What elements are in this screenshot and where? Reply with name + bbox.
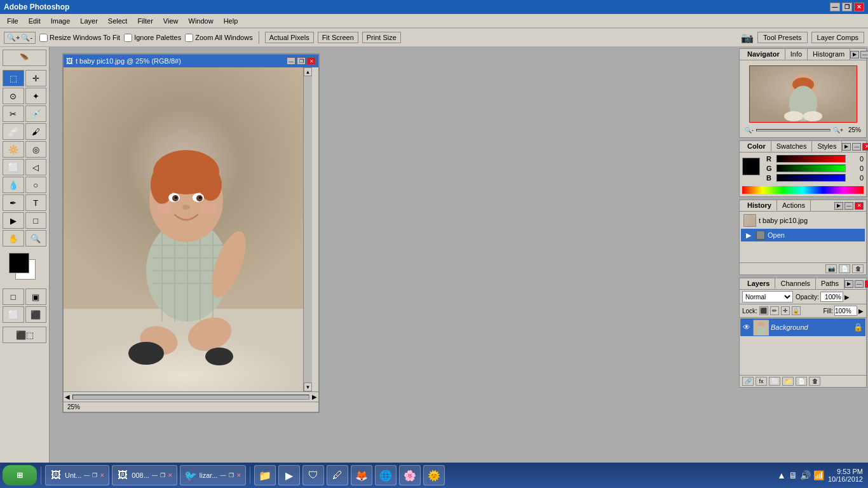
layers-panel-arrow[interactable]: ▶ (844, 280, 853, 288)
scroll-right-arrow[interactable]: ▶ (312, 393, 317, 400)
zoom-tool[interactable]: 🔍+ 🔍- (4, 32, 36, 44)
color-spectrum-bar[interactable] (742, 186, 864, 194)
fit-screen-button[interactable]: Fit Screen (318, 32, 358, 43)
print-size-button[interactable]: Print Size (362, 32, 401, 43)
taskbar-close-2[interactable]: ✕ (168, 472, 173, 478)
add-mask-btn[interactable]: ⬜ (769, 377, 780, 386)
close-button[interactable]: ✕ (854, 3, 864, 11)
menu-image[interactable]: Image (46, 16, 75, 26)
new-group-btn[interactable]: 📁 (782, 377, 794, 386)
menu-window[interactable]: Window (184, 16, 218, 26)
crop-tool[interactable]: ✂ (3, 105, 24, 122)
zoom-all-windows-input[interactable] (185, 34, 193, 42)
hand-tool[interactable]: ✋ (3, 230, 24, 247)
image-close-btn[interactable]: ✕ (307, 57, 316, 65)
paths-tab[interactable]: Paths (816, 278, 844, 289)
info-tab[interactable]: Info (785, 49, 808, 60)
dodge-tool[interactable]: ○ (25, 177, 47, 193)
menu-view[interactable]: View (159, 16, 183, 26)
taskbar-quicklaunch-quill[interactable]: 🖊 (327, 465, 348, 485)
lock-move-btn[interactable]: ✛ (781, 306, 790, 315)
color-squares[interactable] (9, 253, 41, 285)
taskbar-quicklaunch-flower[interactable]: 🌸 (399, 465, 421, 485)
lock-position-btn[interactable]: ✏ (770, 306, 779, 315)
history-tab[interactable]: History (742, 200, 777, 211)
image-canvas[interactable] (64, 67, 303, 391)
taskbar-quicklaunch-firefox[interactable]: 🦊 (351, 465, 372, 485)
quick-mask-mode[interactable]: ▣ (25, 288, 47, 305)
menu-filter[interactable]: Filter (133, 16, 157, 26)
foreground-color[interactable] (9, 253, 29, 273)
ignore-palettes-checkbox[interactable]: Ignore Palettes (124, 34, 181, 42)
image-scrollbar-horizontal[interactable]: ◀ ▶ (64, 391, 318, 402)
color-minimize-btn[interactable]: — (852, 143, 861, 151)
lasso-tool[interactable]: ⊙ (3, 88, 24, 104)
scroll-track-vertical[interactable] (304, 76, 312, 383)
layers-close-btn[interactable]: ✕ (865, 280, 868, 288)
blue-channel-slider[interactable] (776, 174, 846, 182)
taskbar-close-1[interactable]: ✕ (100, 472, 105, 478)
blend-mode-select[interactable]: Normal Multiply Screen (742, 291, 793, 302)
taskbar-restore-2[interactable]: ❐ (160, 472, 165, 478)
actions-tab[interactable]: Actions (777, 200, 811, 211)
fill-input[interactable] (834, 306, 857, 316)
taskbar-restore-1[interactable]: ❐ (92, 472, 97, 478)
taskbar-quicklaunch-ie[interactable]: 🌐 (375, 465, 397, 485)
history-panel-arrow[interactable]: ▶ (834, 202, 843, 210)
scroll-up-arrow[interactable]: ▲ (304, 67, 312, 76)
blur-tool[interactable]: 💧 (3, 177, 24, 193)
panel-arrow-btn[interactable]: ▶ (850, 51, 859, 58)
taskbar-item-3[interactable]: 🐦 lizar... — ❐ ✕ (180, 465, 246, 485)
pen-tool[interactable]: ✒ (3, 194, 24, 211)
zoom-tool-btn[interactable]: 🔍 (25, 230, 47, 247)
image-minimize-btn[interactable]: — (287, 57, 295, 65)
opacity-arrow[interactable]: ▶ (844, 294, 850, 301)
restore-button[interactable]: ❐ (842, 3, 852, 11)
color-tab[interactable]: Color (742, 141, 771, 152)
tray-show-hidden-icon[interactable]: ▲ (777, 470, 786, 480)
gradient-tool[interactable]: ◁ (25, 159, 47, 175)
history-new-document-btn[interactable]: 📄 (839, 264, 850, 273)
history-new-snapshot-btn[interactable]: 📷 (825, 264, 837, 273)
image-scrollbar-vertical[interactable]: ▲ ▼ (303, 67, 312, 391)
navigator-minimize-btn[interactable]: — (860, 51, 868, 58)
layer-item-background[interactable]: 👁 Background 🔒 (740, 318, 865, 336)
menu-help[interactable]: Help (219, 16, 243, 26)
clone-stamp-tool[interactable]: 🔆 (3, 141, 24, 158)
add-style-btn[interactable]: fx (756, 377, 767, 386)
swatches-tab[interactable]: Swatches (771, 141, 813, 152)
menu-layer[interactable]: Layer (76, 16, 102, 26)
delete-layer-btn[interactable]: 🗑 (809, 377, 820, 386)
path-selection-tool[interactable]: ▶ (3, 212, 24, 229)
taskbar-quicklaunch-media[interactable]: ▶ (278, 465, 300, 485)
zoom-in-icon[interactable]: 🔍+ (833, 127, 843, 133)
fill-arrow[interactable]: ▶ (858, 308, 864, 315)
eraser-tool[interactable]: ⬜ (3, 159, 24, 175)
shape-tool[interactable]: □ (25, 212, 47, 229)
tray-volume-icon[interactable]: 🔊 (800, 470, 811, 480)
zoom-slider[interactable] (756, 129, 831, 132)
navigator-tab[interactable]: Navigator (742, 49, 785, 60)
image-restore-btn[interactable]: ❐ (297, 57, 306, 65)
lock-all-btn[interactable]: 🔒 (792, 306, 801, 315)
marquee-tool[interactable]: ⬚ (3, 70, 24, 86)
taskbar-quicklaunch-folder[interactable]: 📁 (254, 465, 276, 485)
standard-screen[interactable]: ⬜ (3, 306, 24, 323)
brush-tool[interactable]: 🖌 (25, 123, 47, 140)
red-channel-slider[interactable] (776, 155, 846, 163)
move-tool[interactable]: ✛ (25, 70, 47, 86)
history-item-open-action[interactable]: ▶ Open (741, 229, 865, 241)
start-button[interactable]: ⊞ (3, 465, 37, 485)
menu-edit[interactable]: Edit (24, 16, 45, 26)
link-layers-btn[interactable]: 🔗 (742, 377, 754, 386)
menu-file[interactable]: File (3, 16, 23, 26)
tool-presets-tab[interactable]: Tool Presets (757, 32, 808, 43)
tray-signal-icon[interactable]: 📶 (813, 470, 824, 480)
history-minimize-btn[interactable]: — (844, 202, 853, 210)
system-clock[interactable]: 9:53 PM 10/16/2012 (828, 468, 863, 483)
layer-comps-tab[interactable]: Layer Comps (811, 32, 864, 43)
opacity-input[interactable] (820, 292, 843, 302)
history-brush-tool[interactable]: ◎ (25, 141, 47, 158)
resize-windows-checkbox[interactable]: Resize Windows To Fit (39, 34, 120, 42)
new-layer-btn[interactable]: 📄 (796, 377, 807, 386)
